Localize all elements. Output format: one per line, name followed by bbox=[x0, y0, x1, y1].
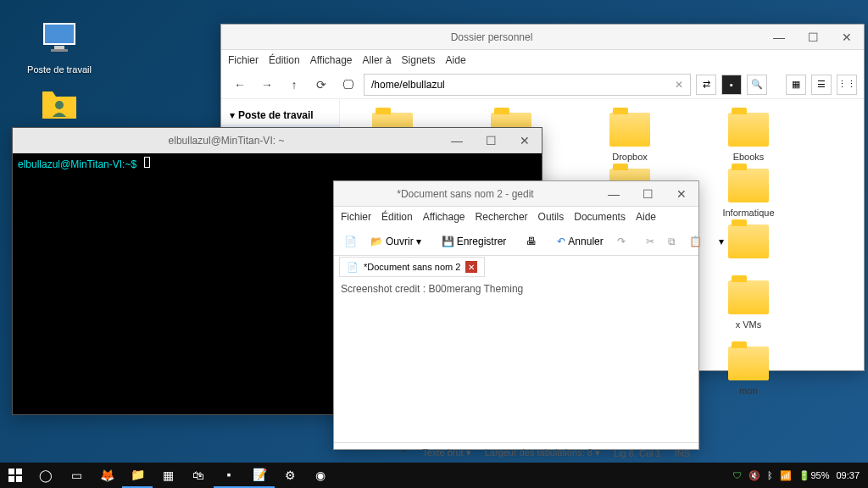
battery-indicator[interactable]: 🔋95% bbox=[798, 470, 829, 481]
menu-item[interactable]: Aide bbox=[446, 54, 466, 66]
maximize-button[interactable]: ☐ bbox=[631, 181, 665, 207]
save-button[interactable]: 💾Enregistrer bbox=[437, 232, 512, 251]
taskbar-files[interactable]: 📁 bbox=[122, 463, 153, 488]
minimize-button[interactable]: — bbox=[762, 25, 796, 50]
menu-item[interactable]: Aller à bbox=[363, 54, 392, 66]
menu-item[interactable]: Affichage bbox=[310, 54, 353, 66]
start-button[interactable] bbox=[0, 463, 31, 488]
taskbar-gedit[interactable]: 📝 bbox=[244, 463, 275, 488]
tabwidth-selector[interactable]: Largeur des tabulations: 8 ▾ bbox=[485, 447, 600, 458]
taskbar-firefox[interactable]: 🦊 bbox=[92, 463, 122, 488]
menu-item[interactable]: Édition bbox=[381, 211, 413, 223]
gedit-window: *Document sans nom 2 - gedit — ☐ ✕ Fichi… bbox=[333, 180, 699, 450]
desktop-icon-computer[interactable]: Poste de travail bbox=[25, 17, 93, 76]
paste-button[interactable]: 📋 bbox=[684, 232, 707, 251]
fm-titlebar[interactable]: Dossier personnel — ☐ ✕ bbox=[221, 25, 864, 50]
svg-rect-7 bbox=[16, 476, 22, 482]
forward-button[interactable]: → bbox=[255, 74, 279, 96]
close-tab-button[interactable]: ✕ bbox=[465, 261, 477, 273]
reload-button[interactable]: ⟳ bbox=[309, 74, 333, 96]
menu-item[interactable]: Signets bbox=[402, 54, 436, 66]
print-icon: 🖶 bbox=[526, 236, 537, 247]
syntax-selector[interactable]: Texte brut ▾ bbox=[422, 447, 470, 458]
file-item[interactable]: Ebooks bbox=[706, 113, 791, 162]
file-item[interactable]: mon bbox=[706, 347, 791, 396]
file-label: x VMs bbox=[736, 319, 762, 330]
system-tray[interactable]: 🛡 🔇 ᛒ 📶 🔋95% 09:37 bbox=[724, 470, 868, 481]
document-icon: 📄 bbox=[347, 262, 359, 273]
gedit-tabstrip: 📄 *Document sans nom 2 ✕ bbox=[334, 256, 698, 278]
document-icon: 📄 bbox=[344, 236, 357, 247]
close-button[interactable]: ✕ bbox=[830, 25, 864, 50]
taskbar-settings[interactable]: ⚙ bbox=[275, 463, 305, 488]
view-toggle-button[interactable]: ⇄ bbox=[696, 75, 716, 95]
cut-button[interactable]: ✂ bbox=[641, 232, 659, 251]
file-label: Dropbox bbox=[612, 152, 648, 162]
paste-icon: 📋 bbox=[689, 236, 702, 247]
menu-item[interactable]: Affichage bbox=[423, 211, 465, 223]
view-icons-button[interactable]: ▦ bbox=[786, 75, 806, 95]
back-button[interactable]: ← bbox=[228, 74, 252, 96]
shield-icon[interactable]: 🛡 bbox=[732, 470, 742, 480]
menu-item[interactable]: Rechercher bbox=[476, 211, 528, 223]
menu-item[interactable]: Documents bbox=[574, 211, 626, 223]
redo-button[interactable]: ↷ bbox=[612, 232, 631, 251]
sidebar-computer[interactable]: ▾ Poste de travail bbox=[221, 106, 339, 125]
volume-icon[interactable]: 🔇 bbox=[748, 470, 760, 481]
insert-mode: INS bbox=[675, 448, 690, 458]
new-file-button[interactable]: 📄 bbox=[339, 232, 362, 251]
gedit-menubar: Fichier Édition Affichage Rechercher Out… bbox=[334, 207, 698, 227]
file-label: mon bbox=[739, 385, 757, 396]
taskview-button[interactable]: ▭ bbox=[61, 463, 92, 488]
folder-icon bbox=[728, 347, 769, 380]
taskbar-chromium[interactable]: ◉ bbox=[305, 463, 336, 488]
undo-button[interactable]: ↶Annuler bbox=[552, 232, 608, 251]
address-bar[interactable]: /home/elbullazul ✕ bbox=[364, 74, 691, 96]
fm-toolbar: ← → ↑ ⟳ 🖵 /home/elbullazul ✕ ⇄ ▪ 🔍 ▦ ☰ ⋮… bbox=[221, 70, 864, 99]
search-button[interactable]: ◯ bbox=[31, 463, 61, 488]
up-button[interactable]: ↑ bbox=[282, 74, 306, 96]
file-item[interactable]: x VMs bbox=[706, 280, 791, 340]
svg-rect-6 bbox=[8, 476, 14, 482]
computer-icon[interactable]: 🖵 bbox=[337, 74, 360, 96]
clock[interactable]: 09:37 bbox=[836, 470, 860, 480]
menu-item[interactable]: Outils bbox=[538, 211, 565, 223]
wifi-icon[interactable]: 📶 bbox=[780, 470, 792, 481]
print-button[interactable]: 🖶 bbox=[521, 232, 542, 251]
svg-point-3 bbox=[55, 101, 64, 109]
folder-user-icon bbox=[39, 85, 80, 125]
minimize-button[interactable]: — bbox=[597, 181, 631, 207]
bluetooth-icon[interactable]: ᛒ bbox=[767, 470, 773, 480]
terminal-button[interactable]: ▪ bbox=[721, 75, 742, 95]
svg-rect-1 bbox=[54, 46, 64, 49]
copy-button[interactable]: ⧉ bbox=[663, 232, 681, 251]
menu-item[interactable]: Aide bbox=[636, 211, 656, 223]
clear-icon[interactable]: ✕ bbox=[675, 79, 683, 91]
cut-icon: ✂ bbox=[646, 236, 654, 247]
view-compact-button[interactable]: ⋮⋮ bbox=[837, 75, 857, 95]
menu-item[interactable]: Fichier bbox=[341, 211, 371, 223]
close-button[interactable]: ✕ bbox=[665, 181, 698, 207]
redo-icon: ↷ bbox=[617, 236, 626, 247]
gedit-titlebar[interactable]: *Document sans nom 2 - gedit — ☐ ✕ bbox=[334, 181, 698, 207]
search-button[interactable]: 🔍 bbox=[747, 75, 767, 95]
close-button[interactable]: ✕ bbox=[508, 128, 542, 153]
term-titlebar[interactable]: elbullazul@MinTitan-VI: ~ — ☐ ✕ bbox=[13, 128, 542, 153]
view-list-button[interactable]: ☰ bbox=[811, 75, 832, 95]
maximize-button[interactable]: ☐ bbox=[474, 128, 508, 153]
gedit-editor[interactable]: Screenshot credit : B00merang Theming bbox=[334, 278, 698, 442]
gedit-tab[interactable]: 📄 *Document sans nom 2 ✕ bbox=[339, 257, 485, 277]
open-button[interactable]: 📂Ouvrir ▾ bbox=[365, 232, 426, 251]
terminal-body[interactable]: elbullazul@MinTitan-VI:~$ bbox=[13, 153, 542, 174]
menu-item[interactable]: Édition bbox=[269, 54, 300, 66]
maximize-button[interactable]: ☐ bbox=[796, 25, 830, 50]
file-item[interactable]: Dropbox bbox=[587, 113, 672, 162]
taskbar-terminal[interactable]: ▪ bbox=[214, 463, 244, 488]
file-item[interactable]: Informatique bbox=[706, 169, 791, 218]
taskbar-app[interactable]: ▦ bbox=[153, 463, 183, 488]
menu-item[interactable]: Fichier bbox=[228, 54, 259, 66]
folder-icon bbox=[728, 113, 769, 147]
taskbar-store[interactable]: 🛍 bbox=[183, 463, 214, 488]
minimize-button[interactable]: — bbox=[440, 128, 474, 153]
toolbar-menu-button[interactable]: ▾ bbox=[714, 232, 729, 251]
